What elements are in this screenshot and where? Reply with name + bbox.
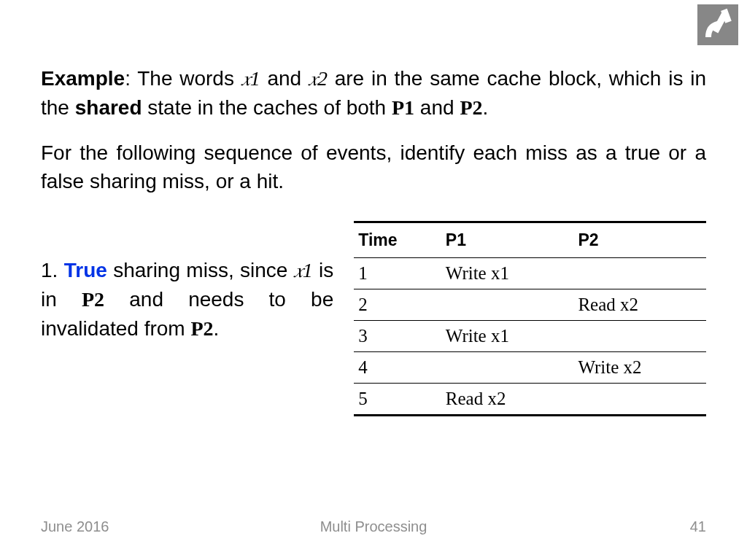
col-time: Time [354, 222, 441, 258]
table-row: 5 Read x2 [354, 384, 706, 416]
slide-footer: June 2016 Multi Processing 41 [41, 518, 706, 535]
processor-p2: P2 [460, 96, 482, 119]
footer-date: June 2016 [41, 518, 109, 535]
col-p2: P2 [573, 222, 706, 258]
processor-p2-note1: P2 [82, 288, 104, 311]
footer-title: Multi Processing [320, 518, 427, 535]
table-row: 4 Write x2 [354, 352, 706, 384]
processor-p1: P1 [392, 96, 414, 119]
answer-note: 1. True sharing miss, since 𝑥1 is in P2 … [41, 256, 333, 343]
instruction-paragraph: For the following sequence of events, id… [41, 139, 706, 197]
events-table: Time P1 P2 1 Write x1 2 Read x2 [354, 221, 706, 416]
col-p1: P1 [441, 222, 574, 258]
table-row: 3 Write x1 [354, 321, 706, 352]
true-word: True [64, 259, 107, 281]
footer-page: 41 [690, 518, 706, 535]
table-header-row: Time P1 P2 [354, 222, 706, 258]
var-x1-note: 𝑥1 [294, 259, 313, 281]
table-row: 1 Write x1 [354, 258, 706, 289]
shared-word: shared [75, 96, 142, 119]
var-x2: 𝑥2 [309, 67, 328, 90]
var-x1: 𝑥1 [241, 67, 260, 90]
slide-body: Example: The words 𝑥1 and 𝑥2 are in the … [41, 64, 706, 416]
table-row: 2 Read x2 [354, 289, 706, 321]
events-table-container: Time P1 P2 1 Write x1 2 Read x2 [354, 221, 706, 416]
example-label: Example [41, 67, 125, 90]
example-paragraph: Example: The words 𝑥1 and 𝑥2 are in the … [41, 64, 706, 122]
institution-logo [697, 4, 738, 45]
processor-p2-note2: P2 [190, 317, 213, 340]
